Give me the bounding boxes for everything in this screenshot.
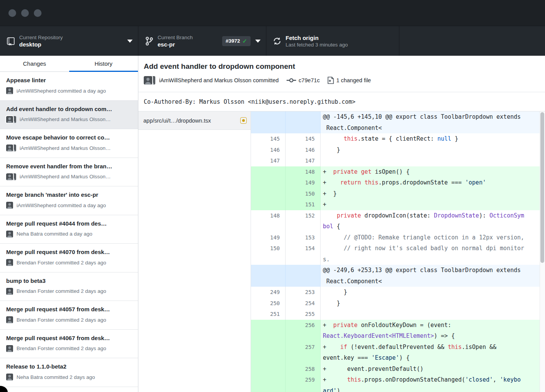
commit-item-byline: iAmWillShepherd committed a day ago	[17, 203, 106, 208]
old-line-number	[251, 374, 286, 392]
close-window-button[interactable]	[8, 9, 16, 17]
avatar-author	[6, 288, 13, 295]
old-line-number: 150	[251, 243, 286, 265]
commit-list-item[interactable]: Release to 1.1.0-beta2 Neha Batra commit…	[0, 358, 138, 387]
branch-label: Current Branch	[158, 34, 218, 41]
diff-row: @@ -145,6 +145,10 @@ export class Toolba…	[251, 111, 545, 133]
commit-item-meta: iAmWillShepherd committed a day ago	[6, 202, 132, 209]
avatar	[6, 173, 16, 180]
commit-byline: iAmWillShepherd and Markus Olsson commit…	[159, 77, 279, 83]
new-line-number: 254	[286, 298, 321, 309]
commit-item-meta: Brendan Forster committed 2 days ago	[6, 288, 132, 295]
commit-list-item[interactable]: Merge pull request #4044 from des… Neha …	[0, 215, 138, 244]
diff-row: 149153 // @TODO: Remake triangle octicon…	[251, 232, 545, 243]
file-path: app/src/ui/t…/dropdown.tsx	[143, 118, 240, 124]
commit-list-item[interactable]: bump to beta3 Brendan Forster committed …	[0, 272, 138, 301]
code-line: }	[321, 287, 545, 298]
fetch-origin-button[interactable]: Fetch origin Last fetched 3 minutes ago	[266, 26, 399, 56]
diff-view: app/src/ui/t…/dropdown.tsx @@ -145,6 +14…	[138, 111, 545, 392]
code-line	[321, 309, 545, 320]
repository-name: desktop	[19, 41, 123, 48]
new-line-number: 150	[286, 188, 321, 199]
code-line	[321, 155, 545, 166]
tab-changes[interactable]: Changes	[0, 56, 69, 71]
code-line: this.state = { clientRect: null }	[321, 133, 545, 145]
titlebar	[0, 0, 545, 26]
scrollbar-thumb[interactable]	[540, 112, 544, 263]
code-line: + }	[321, 188, 545, 199]
code-line: + this.props.onDropdownStateChanged('clo…	[321, 374, 545, 392]
commit-list-item[interactable]: Merge pull request #4051 from desk…	[0, 387, 138, 392]
git-branch-icon	[145, 36, 154, 46]
commit-item-title: Release to 1.1.0-beta2	[6, 363, 132, 370]
new-line-number: 154	[286, 243, 321, 265]
avatar	[6, 345, 13, 352]
fetch-labels: Fetch origin Last fetched 3 minutes ago	[286, 34, 394, 48]
commit-item-title: bump to beta3	[6, 277, 132, 285]
commit-item-meta: Brendan Forster committed 2 days ago	[6, 259, 132, 266]
commit-list-item[interactable]: Add event handler to dropdown com… iAmWi…	[0, 101, 138, 130]
modified-file-icon	[240, 117, 247, 124]
commit-item-byline: Neha Batra committed a day ago	[17, 231, 92, 237]
commit-sha: c79e71c	[299, 77, 320, 83]
commit-list-item[interactable]: Appease linter iAmWillShepherd committed…	[0, 72, 138, 101]
file-list-item[interactable]: app/src/ui/t…/dropdown.tsx	[138, 111, 251, 130]
changed-file-list: app/src/ui/t…/dropdown.tsx	[138, 111, 251, 392]
main-panel: Add event handler to dropdown component …	[138, 56, 545, 392]
chevron-down-icon	[127, 40, 133, 43]
new-line-number: 145	[286, 133, 321, 145]
commit-authors: iAmWillShepherd and Markus Olsson commit…	[144, 76, 279, 85]
avatar	[6, 87, 13, 94]
avatar	[6, 116, 16, 123]
commit-item-meta: iAmWillShepherd and Markus Olsson…	[6, 173, 132, 180]
avatar-author	[6, 345, 13, 352]
code-line: + private get isOpen() {	[321, 166, 545, 178]
commit-list-item[interactable]: Merge pull request #4057 from desk… Bren…	[0, 301, 138, 330]
diff-row: 257+ if (!event.defaultPrevented && this…	[251, 342, 545, 364]
commit-item-byline: Brendan Forster committed 2 days ago	[17, 345, 106, 351]
current-branch-button[interactable]: Current Branch esc-pr #3972 ✓	[138, 26, 266, 56]
minimize-window-button[interactable]	[21, 9, 29, 17]
commit-list-item[interactable]: Merge pull request #4070 from desk… Bren…	[0, 244, 138, 272]
code-line: + return this.props.dropdownState === 'o…	[321, 177, 545, 188]
commit-item-byline: iAmWillShepherd and Markus Olsson…	[20, 116, 111, 122]
commit-item-meta: iAmWillShepherd committed a day ago	[6, 87, 132, 94]
new-line-number	[286, 265, 321, 287]
commit-list-item[interactable]: Remove event handler from the bran… iAmW…	[0, 158, 138, 187]
commit-list-item[interactable]: Merge pull request #4067 from desk… Bren…	[0, 330, 138, 359]
avatar-author	[6, 173, 13, 180]
avatar	[6, 202, 13, 209]
pull-request-number: #3972	[226, 38, 240, 44]
diff-scrollbar[interactable]	[540, 111, 545, 392]
code-line: + private onFoldoutKeyDown = (event: Rea…	[321, 320, 545, 342]
branch-labels: Current Branch esc-pr	[158, 34, 218, 48]
branch-name: esc-pr	[158, 41, 218, 48]
commit-list-item[interactable]: Move escape behavior to correct co… iAmW…	[0, 129, 138, 158]
commit-item-byline: Brendan Forster committed 2 days ago	[17, 317, 106, 323]
maximize-window-button[interactable]	[34, 9, 42, 17]
changed-files-count: 1 changed file	[336, 77, 371, 83]
old-line-number	[251, 265, 286, 287]
new-line-number: 149	[286, 177, 321, 188]
commit-list-item[interactable]: Merge branch 'master' into esc-pr iAmWil…	[0, 186, 138, 215]
old-line-number: 148	[251, 210, 286, 232]
commit-sha-group: c79e71c	[286, 77, 320, 83]
diff-row: 146146 }	[251, 145, 545, 156]
code-line: +	[321, 199, 545, 210]
repository-label: Current Repository	[19, 34, 123, 41]
code-line: + if (!event.defaultPrevented && this.is…	[321, 342, 545, 364]
new-line-number: 148	[286, 166, 321, 178]
commit-item-title: Appease linter	[6, 76, 132, 84]
diff-row: 259+ this.props.onDropdownStateChanged('…	[251, 374, 545, 392]
commit-item-title: Merge pull request #4067 from desk…	[6, 334, 132, 342]
new-line-number: 151	[286, 199, 321, 210]
commit-item-meta: Neha Batra committed a day ago	[6, 231, 132, 238]
commit-item-meta: iAmWillShepherd and Markus Olsson…	[6, 116, 132, 123]
commit-item-title: Move escape behavior to correct co…	[6, 134, 132, 141]
pull-request-badge: #3972 ✓	[222, 36, 251, 46]
tab-history[interactable]: History	[69, 56, 138, 71]
old-line-number	[251, 364, 286, 375]
current-repository-button[interactable]: Current Repository desktop	[0, 26, 138, 56]
sidebar: Changes History Appease linter iAmWillSh…	[0, 56, 138, 392]
avatar	[6, 316, 13, 323]
